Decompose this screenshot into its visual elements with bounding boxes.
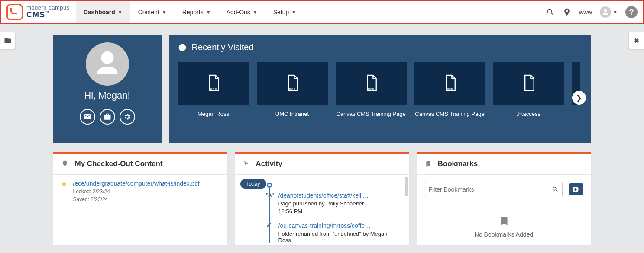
activity-title: Activity [256, 160, 282, 168]
logo-line1: modern campus [26, 5, 70, 11]
scrollbar[interactable] [405, 177, 408, 241]
recently-visited-title: Recently Visited [192, 42, 254, 52]
recent-item[interactable]: .htaccess [493, 62, 564, 118]
logo[interactable]: modern campus CMS™ [6, 4, 70, 20]
avatar-icon [600, 6, 611, 18]
activity-card: Activity Today "A" /deanofstudents/offic… [235, 152, 409, 245]
activity-link[interactable]: /ou-canvas-training/mrross/coffe… [278, 222, 371, 229]
logo-mark-icon [6, 4, 23, 20]
chevron-down-icon: ▼ [291, 10, 296, 15]
add-bookmark-button[interactable] [569, 183, 583, 195]
activity-desc: Folder renamed from "undefined" by Megan… [278, 231, 401, 243]
activity-desc: Page published by Polly Schaeffer [278, 200, 401, 207]
search-icon[interactable] [546, 8, 555, 16]
recent-next-button[interactable]: ❯ [572, 91, 586, 105]
chevron-down-icon: ▼ [253, 10, 258, 15]
user-card: Hi, Megan! [53, 35, 162, 143]
recent-item[interactable]: PCF Megan Ross [178, 62, 249, 118]
chevron-down-icon: ▼ [162, 10, 167, 15]
bookmark-icon [425, 160, 432, 167]
activity-time: 12:56 PM [278, 208, 401, 215]
nav-label: Setup [273, 9, 289, 16]
activity-item: "A" /deanofstudents/office/staff/kelli… … [278, 192, 401, 215]
checked-out-title: My Checked-Out Content [75, 160, 163, 168]
checked-out-card: My Checked-Out Content /ece/undergraduat… [53, 152, 227, 245]
user-actions [80, 109, 135, 125]
location-pin-icon[interactable] [563, 8, 571, 16]
bookmarks-empty-text: No Bookmarks Added [425, 231, 583, 238]
inbox-button[interactable] [80, 109, 95, 125]
activity-link[interactable]: /deanofstudents/office/staff/kelli… [278, 192, 369, 199]
nav-label: Dashboard [84, 9, 115, 16]
pcf-file-icon: PCF [336, 62, 407, 105]
chevron-down-icon: ▼ [613, 10, 618, 15]
top-navigation: modern campus CMS™ Dashboard ▼ Content ▼… [0, 0, 644, 24]
chevron-down-icon: ▼ [206, 10, 211, 15]
recent-item-label: UMC Intranet [275, 110, 309, 118]
recent-item-label: Canvas CMS Training Page [415, 110, 484, 118]
nav-setup[interactable]: Setup ▼ [265, 1, 304, 23]
svg-text:PCF: PCF [447, 87, 453, 91]
settings-button[interactable] [120, 109, 135, 125]
gadgets-tab[interactable] [629, 32, 644, 49]
bookmarks-filter-input[interactable] [425, 182, 563, 197]
user-menu[interactable]: ▼ [600, 6, 618, 18]
svg-text:PCF: PCF [210, 87, 217, 91]
svg-text:PCF: PCF [289, 87, 295, 91]
chevron-right-icon: ❯ [576, 94, 582, 102]
search-icon[interactable] [552, 186, 559, 193]
nav-dashboard[interactable]: Dashboard ▼ [76, 1, 130, 23]
checked-out-locked: Locked: 2/23/24 [73, 189, 200, 195]
checked-out-item: /ece/undergraduate/computer/what-is/inde… [61, 180, 220, 202]
file-icon [493, 62, 564, 105]
bookmarks-card: Bookmarks [417, 152, 591, 245]
lightbulb-on-icon [61, 182, 67, 188]
user-greeting: Hi, Megan! [84, 90, 130, 101]
pcf-file-icon: PCF [178, 62, 249, 105]
nav-label: Add-Ons [227, 9, 250, 16]
logo-line2: CMS [26, 10, 45, 19]
nav-label: Content [138, 9, 159, 16]
recent-item-overflow [572, 62, 580, 118]
activity-item: /ou-canvas-training/mrross/coffe… Folder… [278, 222, 401, 243]
recent-item[interactable]: PCF UMC Intranet [257, 62, 328, 118]
files-tab[interactable] [0, 32, 15, 49]
bookmark-icon [425, 215, 583, 227]
help-icon[interactable]: ? [625, 6, 638, 18]
nav-reports[interactable]: Reports ▼ [175, 1, 219, 23]
nav-content[interactable]: Content ▼ [130, 1, 175, 23]
recently-visited-panel: Recently Visited PCF Megan Ross PCF UMC … [169, 35, 591, 143]
recent-item-label: Canvas CMS Training Page [336, 110, 405, 118]
pcf-file-icon: PCF [257, 62, 328, 105]
checked-out-path-link[interactable]: /ece/undergraduate/computer/what-is/inde… [73, 180, 200, 187]
recent-item[interactable]: PCF Canvas CMS Training Page [414, 62, 485, 118]
bookmarks-title: Bookmarks [438, 160, 478, 168]
recent-items-list: PCF Megan Ross PCF UMC Intranet PCF Canv… [178, 62, 583, 118]
bookmarks-filter-field[interactable] [429, 186, 552, 193]
recent-item-label: Megan Ross [197, 110, 229, 118]
svg-text:PCF: PCF [368, 87, 374, 91]
activity-timeline-dot [267, 183, 272, 188]
pcf-file-icon: PCF [414, 62, 485, 105]
main-nav: Dashboard ▼ Content ▼ Reports ▼ Add-Ons … [76, 1, 304, 23]
cursor-icon [243, 160, 250, 167]
logo-text: modern campus CMS™ [26, 5, 70, 19]
clock-icon [178, 43, 187, 52]
chevron-down-icon: ▼ [118, 10, 123, 15]
nav-label: Reports [182, 9, 204, 16]
activity-today-chip: Today [240, 179, 266, 189]
recent-item[interactable]: PCF Canvas CMS Training Page [336, 62, 407, 118]
bookmarks-empty-state: No Bookmarks Added [425, 215, 583, 238]
site-label[interactable]: www [579, 9, 592, 16]
recent-item-label: .htaccess [517, 110, 540, 118]
publish-icon: "A" [266, 192, 274, 199]
pencil-icon [266, 222, 272, 227]
nav-addons[interactable]: Add-Ons ▼ [219, 1, 265, 23]
checked-out-saved: Saved: 2/23/24 [73, 196, 200, 202]
workflow-button[interactable] [100, 109, 115, 125]
lightbulb-icon [61, 160, 69, 168]
topbar-right: www ▼ ? [546, 6, 638, 18]
user-avatar-icon [86, 42, 129, 86]
